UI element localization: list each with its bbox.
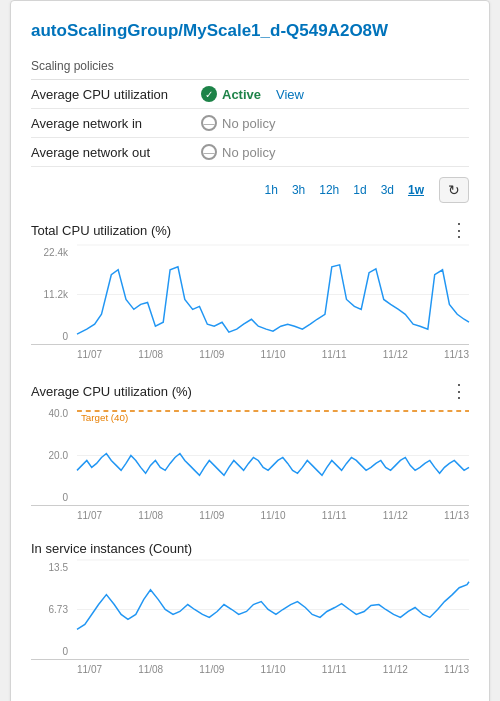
y-max-instances: 13.5: [31, 562, 73, 573]
chart-title-total-cpu: Total CPU utilization (%) ⋮: [31, 219, 469, 241]
chart-svg-total-cpu: [77, 245, 469, 344]
chart-menu-total-cpu[interactable]: ⋮: [450, 219, 469, 241]
x-label-1110-cpu: 11/10: [260, 349, 285, 360]
x-label-1110-avg: 11/10: [260, 510, 285, 521]
x-label-1107-cpu: 11/07: [77, 349, 102, 360]
time-btn-1h[interactable]: 1h: [260, 180, 283, 200]
x-label-1113-avg: 11/13: [444, 510, 469, 521]
chart-svg-instances: [77, 560, 469, 659]
scaling-policies-label: Scaling policies: [31, 59, 469, 73]
x-label-1113-cpu: 11/13: [444, 349, 469, 360]
x-label-1112-inst: 11/12: [383, 664, 408, 675]
policy-row-cpu: Average CPU utilization ✓ Active View: [31, 80, 469, 109]
x-label-1108-cpu: 11/08: [138, 349, 163, 360]
chart-title-avg-cpu: Average CPU utilization (%) ⋮: [31, 380, 469, 402]
x-label-1107-avg: 11/07: [77, 510, 102, 521]
y-axis-avg-cpu: 40.0 20.0 0: [31, 406, 73, 505]
page-title: autoScalingGroup/MyScale1_d-Q549A2O8W: [31, 21, 469, 41]
y-mid-total-cpu: 11.2k: [31, 289, 73, 300]
y-axis-instances: 13.5 6.73 0: [31, 560, 73, 659]
x-label-1110-inst: 11/10: [260, 664, 285, 675]
x-label-1108-avg: 11/08: [138, 510, 163, 521]
chart-svg-area-instances: [77, 560, 469, 659]
x-label-1111-inst: 11/11: [322, 664, 347, 675]
y-mid-avg-cpu: 20.0: [31, 450, 73, 461]
y-axis-total-cpu: 22.4k 11.2k 0: [31, 245, 73, 344]
status-active: Active: [222, 87, 261, 102]
x-label-1112-avg: 11/12: [383, 510, 408, 521]
time-controls: 1h 3h 12h 1d 3d 1w ↻: [31, 177, 469, 203]
refresh-button[interactable]: ↻: [439, 177, 469, 203]
chart-svg-area-total-cpu: [77, 245, 469, 344]
x-label-1113-inst: 11/13: [444, 664, 469, 675]
view-link[interactable]: View: [276, 87, 304, 102]
x-axis-avg-cpu: 11/07 11/08 11/09 11/10 11/11 11/12 11/1…: [31, 510, 469, 521]
x-axis-instances: 11/07 11/08 11/09 11/10 11/11 11/12 11/1…: [31, 664, 469, 675]
time-btn-1d[interactable]: 1d: [348, 180, 371, 200]
y-min-instances: 0: [31, 646, 73, 657]
chart-avg-cpu: Average CPU utilization (%) ⋮ 40.0 20.0 …: [31, 380, 469, 521]
check-icon: ✓: [201, 86, 217, 102]
minus-icon-network-in: —: [201, 115, 217, 131]
time-btn-12h[interactable]: 12h: [314, 180, 344, 200]
x-label-1109-avg: 11/09: [199, 510, 224, 521]
chart-instances: In service instances (Count) 13.5 6.73 0…: [31, 541, 469, 675]
time-btn-3d[interactable]: 3d: [376, 180, 399, 200]
chart-area-total-cpu: 22.4k 11.2k 0: [31, 245, 469, 345]
y-min-avg-cpu: 0: [31, 492, 73, 503]
policy-name-network-in: Average network in: [31, 116, 201, 131]
x-label-1112-cpu: 11/12: [383, 349, 408, 360]
policy-row-network-out: Average network out — No policy: [31, 138, 469, 167]
chart-title-instances: In service instances (Count): [31, 541, 469, 556]
x-label-1109-cpu: 11/09: [199, 349, 224, 360]
x-label-1111-avg: 11/11: [322, 510, 347, 521]
chart-svg-avg-cpu: Target (40): [77, 406, 469, 505]
policy-row-network-in: Average network in — No policy: [31, 109, 469, 138]
status-no-policy-network-in: No policy: [222, 116, 275, 131]
policy-name-cpu: Average CPU utilization: [31, 87, 201, 102]
time-btn-3h[interactable]: 3h: [287, 180, 310, 200]
time-btn-1w[interactable]: 1w: [403, 180, 429, 200]
policy-status-network-in: — No policy: [201, 115, 275, 131]
svg-text:Target (40): Target (40): [81, 412, 128, 423]
chart-total-cpu: Total CPU utilization (%) ⋮ 22.4k 11.2k …: [31, 219, 469, 360]
policy-status-network-out: — No policy: [201, 144, 275, 160]
y-min-total-cpu: 0: [31, 331, 73, 342]
y-max-total-cpu: 22.4k: [31, 247, 73, 258]
chart-svg-area-avg-cpu: Target (40): [77, 406, 469, 505]
status-no-policy-network-out: No policy: [222, 145, 275, 160]
x-label-1108-inst: 11/08: [138, 664, 163, 675]
y-mid-instances: 6.73: [31, 604, 73, 615]
x-label-1109-inst: 11/09: [199, 664, 224, 675]
chart-area-avg-cpu: 40.0 20.0 0 Target (40): [31, 406, 469, 506]
policy-name-network-out: Average network out: [31, 145, 201, 160]
policy-status-cpu: ✓ Active View: [201, 86, 304, 102]
chart-area-instances: 13.5 6.73 0: [31, 560, 469, 660]
minus-icon-network-out: —: [201, 144, 217, 160]
policies-table: Average CPU utilization ✓ Active View Av…: [31, 79, 469, 167]
x-label-1111-cpu: 11/11: [322, 349, 347, 360]
y-max-avg-cpu: 40.0: [31, 408, 73, 419]
x-label-1107-inst: 11/07: [77, 664, 102, 675]
main-card: autoScalingGroup/MyScale1_d-Q549A2O8W Sc…: [10, 0, 490, 701]
x-axis-total-cpu: 11/07 11/08 11/09 11/10 11/11 11/12 11/1…: [31, 349, 469, 360]
chart-menu-avg-cpu[interactable]: ⋮: [450, 380, 469, 402]
